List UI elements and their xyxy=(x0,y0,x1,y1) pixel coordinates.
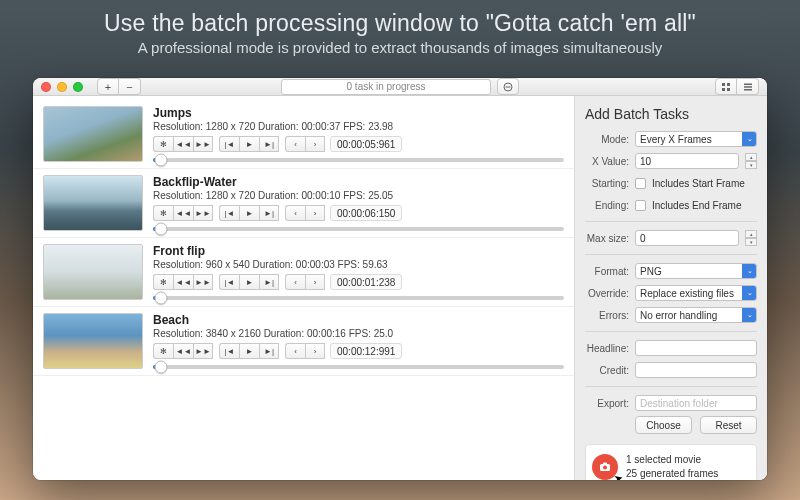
choose-button[interactable]: Choose xyxy=(635,416,692,434)
skip-start-icon[interactable]: |◄ xyxy=(219,205,239,221)
export-path-input[interactable]: Destination folder xyxy=(635,395,757,411)
forward-icon[interactable]: ►► xyxy=(193,343,213,359)
zoom-icon[interactable] xyxy=(73,82,83,92)
play-icon[interactable]: ► xyxy=(239,205,259,221)
credit-input[interactable] xyxy=(635,362,757,378)
timeline-slider[interactable] xyxy=(153,227,564,231)
list-item[interactable]: Beach Resolution: 3840 x 2160 Duration: … xyxy=(33,307,574,376)
banner-title: Use the batch processing window to "Gott… xyxy=(20,10,780,37)
video-thumbnail[interactable] xyxy=(43,244,143,300)
timeline-slider[interactable] xyxy=(153,365,564,369)
skip-end-icon[interactable]: ►| xyxy=(259,274,279,290)
forward-icon[interactable]: ►► xyxy=(193,205,213,221)
play-icon[interactable]: ► xyxy=(239,274,259,290)
view-grid-button[interactable] xyxy=(715,78,737,95)
video-title: Front flip xyxy=(153,244,564,258)
timecode: 00:00:01:238 xyxy=(330,274,402,290)
skip-start-icon[interactable]: |◄ xyxy=(219,136,239,152)
video-list[interactable]: Jumps Resolution: 1280 x 720 Duration: 0… xyxy=(33,96,575,480)
close-icon[interactable] xyxy=(41,82,51,92)
summary-selected: 1 selected movie xyxy=(626,453,718,467)
batch-sidebar: Add Batch Tasks Mode: Every X Frames⌄ X … xyxy=(575,96,767,480)
list-item[interactable]: Jumps Resolution: 1280 x 720 Duration: 0… xyxy=(33,100,574,169)
step-forward-icon[interactable]: › xyxy=(305,136,325,152)
errors-select[interactable]: No error handling⌄ xyxy=(635,307,757,323)
settings-icon[interactable]: ✻ xyxy=(153,343,173,359)
step-back-icon[interactable]: ‹ xyxy=(285,343,305,359)
end-frame-check-label: Includes End Frame xyxy=(652,200,742,211)
step-forward-icon[interactable]: › xyxy=(305,205,325,221)
minimize-icon[interactable] xyxy=(57,82,67,92)
override-select[interactable]: Replace existing files⌄ xyxy=(635,285,757,301)
video-detail: Resolution: 1280 x 720 Duration: 00:00:1… xyxy=(153,190,564,201)
maxsize-stepper[interactable]: ▴▾ xyxy=(745,230,757,246)
video-thumbnail[interactable] xyxy=(43,313,143,369)
timecode: 00:00:12:991 xyxy=(330,343,402,359)
promo-banner: Use the batch processing window to "Gott… xyxy=(0,0,800,62)
maxsize-input[interactable]: 0 xyxy=(635,230,739,246)
add-button[interactable]: + xyxy=(97,78,119,95)
timeline-slider[interactable] xyxy=(153,158,564,162)
override-label: Override: xyxy=(585,288,629,299)
start-frame-checkbox[interactable] xyxy=(635,178,646,189)
starting-label: Starting: xyxy=(585,178,629,189)
video-detail: Resolution: 3840 x 2160 Duration: 00:00:… xyxy=(153,328,564,339)
xvalue-stepper[interactable]: ▴▾ xyxy=(745,153,757,169)
play-icon[interactable]: ► xyxy=(239,136,259,152)
skip-end-icon[interactable]: ►| xyxy=(259,205,279,221)
credit-label: Credit: xyxy=(585,365,629,376)
video-title: Backflip-Water xyxy=(153,175,564,189)
skip-start-icon[interactable]: |◄ xyxy=(219,343,239,359)
step-forward-icon[interactable]: › xyxy=(305,343,325,359)
play-icon[interactable]: ► xyxy=(239,343,259,359)
svg-rect-6 xyxy=(744,83,752,85)
headline-input[interactable] xyxy=(635,340,757,356)
remove-button[interactable]: − xyxy=(119,78,141,95)
maxsize-label: Max size: xyxy=(585,233,629,244)
chevron-down-icon: ⌄ xyxy=(747,289,753,297)
reset-button[interactable]: Reset xyxy=(700,416,757,434)
list-item[interactable]: Front flip Resolution: 960 x 540 Duratio… xyxy=(33,238,574,307)
settings-icon[interactable]: ✻ xyxy=(153,205,173,221)
format-select[interactable]: PNG⌄ xyxy=(635,263,757,279)
rewind-icon[interactable]: ◄◄ xyxy=(173,343,193,359)
svg-rect-5 xyxy=(727,88,730,91)
window-controls xyxy=(41,82,83,92)
video-title: Beach xyxy=(153,313,564,327)
mode-select[interactable]: Every X Frames⌄ xyxy=(635,131,757,147)
video-thumbnail[interactable] xyxy=(43,175,143,231)
chevron-down-icon: ⌄ xyxy=(747,135,753,143)
step-back-icon[interactable]: ‹ xyxy=(285,274,305,290)
xvalue-input[interactable]: 10 xyxy=(635,153,739,169)
view-list-button[interactable] xyxy=(737,78,759,95)
video-title: Jumps xyxy=(153,106,564,120)
rewind-icon[interactable]: ◄◄ xyxy=(173,136,193,152)
rewind-icon[interactable]: ◄◄ xyxy=(173,205,193,221)
step-forward-icon[interactable]: › xyxy=(305,274,325,290)
list-item[interactable]: Backflip-Water Resolution: 1280 x 720 Du… xyxy=(33,169,574,238)
skip-end-icon[interactable]: ►| xyxy=(259,343,279,359)
svg-point-11 xyxy=(603,465,607,469)
timeline-slider[interactable] xyxy=(153,296,564,300)
step-back-icon[interactable]: ‹ xyxy=(285,205,305,221)
step-back-icon[interactable]: ‹ xyxy=(285,136,305,152)
end-frame-checkbox[interactable] xyxy=(635,200,646,211)
rewind-icon[interactable]: ◄◄ xyxy=(173,274,193,290)
start-frame-check-label: Includes Start Frame xyxy=(652,178,745,189)
skip-start-icon[interactable]: |◄ xyxy=(219,274,239,290)
svg-rect-3 xyxy=(727,83,730,86)
headline-label: Headline: xyxy=(585,343,629,354)
stop-button[interactable] xyxy=(497,78,519,95)
cursor-icon: ➤ xyxy=(612,471,624,480)
svg-rect-7 xyxy=(744,86,752,88)
settings-icon[interactable]: ✻ xyxy=(153,274,173,290)
skip-end-icon[interactable]: ►| xyxy=(259,136,279,152)
export-label: Export: xyxy=(585,398,629,409)
svg-rect-10 xyxy=(603,462,607,464)
timecode: 00:00:05:961 xyxy=(330,136,402,152)
video-thumbnail[interactable] xyxy=(43,106,143,162)
settings-icon[interactable]: ✻ xyxy=(153,136,173,152)
svg-rect-4 xyxy=(722,88,725,91)
forward-icon[interactable]: ►► xyxy=(193,274,213,290)
forward-icon[interactable]: ►► xyxy=(193,136,213,152)
